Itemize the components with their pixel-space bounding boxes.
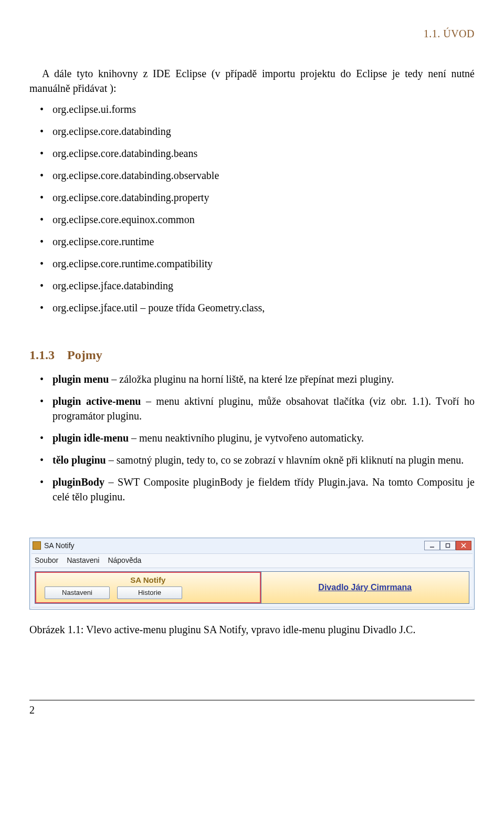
plugin-menu-row-wrap: SA Notify Nastaveni Historie Divadlo Jár… <box>32 568 472 607</box>
plugin-active-menu[interactable]: SA Notify Nastaveni Historie <box>35 572 261 603</box>
term-name: tělo pluginu <box>52 454 106 466</box>
svg-rect-1 <box>446 544 450 548</box>
menu-item-nastaveni[interactable]: Nastaveni <box>67 556 99 566</box>
library-item: org.eclipse.jface.databinding <box>29 278 475 293</box>
maximize-button[interactable] <box>440 541 456 550</box>
close-icon <box>461 543 466 548</box>
page-footer: 2 <box>29 700 475 717</box>
library-item: org.eclipse.core.equinox.common <box>29 212 475 227</box>
figure-1-1: SA Notify Soubor Nastaveni Nápověda <box>29 538 475 637</box>
window-title: SA Notify <box>44 541 75 551</box>
idle-tab-label: Divadlo Járy Cimrmana <box>318 582 412 593</box>
maximize-icon <box>445 543 450 548</box>
term-item: tělo pluginu – samotný plugin, tedy to, … <box>29 453 475 467</box>
menu-item-napoveda[interactable]: Nápověda <box>108 556 141 566</box>
term-desc: – SWT Composite pluginBody je fieldem tř… <box>52 476 475 502</box>
term-desc: – samotný plugin, tedy to, co se zobrazí… <box>106 454 464 466</box>
page-number: 2 <box>29 704 35 716</box>
running-header: 1.1. ÚVOD <box>29 26 475 41</box>
term-desc: – záložka pluginu na horní liště, na kte… <box>109 373 394 385</box>
app-window: SA Notify Soubor Nastaveni Nápověda <box>29 538 475 610</box>
term-item: plugin active-menu – menu aktivní plugin… <box>29 394 475 423</box>
term-name: pluginBody <box>52 476 104 488</box>
nastaveni-button[interactable]: Nastaveni <box>45 586 110 599</box>
library-item: org.eclipse.core.databinding.beans <box>29 146 475 161</box>
window-controls <box>424 541 471 550</box>
active-tab-title: SA Notify <box>41 574 255 585</box>
plugin-menu-row: SA Notify Nastaveni Historie Divadlo Jár… <box>35 571 469 604</box>
historie-button[interactable]: Historie <box>117 586 182 599</box>
section-number: 1.1.3 <box>29 348 55 362</box>
library-item: org.eclipse.core.runtime.compatibility <box>29 256 475 271</box>
intro-paragraph: A dále tyto knihovny z IDE Eclipse (v př… <box>29 66 475 96</box>
terms-list: plugin menu – záložka pluginu na horní l… <box>29 372 475 504</box>
window-titlebar: SA Notify <box>32 539 472 554</box>
menubar: Soubor Nastaveni Nápověda <box>32 553 472 568</box>
term-item: pluginBody – SWT Composite pluginBody je… <box>29 475 475 504</box>
library-item: org.eclipse.ui.forms <box>29 102 475 117</box>
plugin-idle-menu[interactable]: Divadlo Járy Cimrmana <box>261 572 469 603</box>
library-item: org.eclipse.jface.util – pouze třída Geo… <box>29 300 475 315</box>
active-tab-buttons: Nastaveni Historie <box>41 586 255 599</box>
section-heading: 1.1.3 Pojmy <box>29 347 475 364</box>
term-item: plugin menu – záložka pluginu na horní l… <box>29 372 475 386</box>
minimize-button[interactable] <box>424 541 440 550</box>
term-name: plugin menu <box>52 373 109 385</box>
app-icon <box>33 541 41 550</box>
close-button[interactable] <box>456 541 471 550</box>
window-footer-strip <box>32 607 472 609</box>
library-item: org.eclipse.core.databinding.observable <box>29 168 475 183</box>
minimize-icon <box>429 543 435 548</box>
library-list: org.eclipse.ui.formsorg.eclipse.core.dat… <box>29 102 475 315</box>
term-item: plugin idle-menu – menu neaktivního plug… <box>29 431 475 445</box>
term-name: plugin idle-menu <box>52 432 129 444</box>
titlebar-left: SA Notify <box>33 541 75 551</box>
library-item: org.eclipse.core.databinding <box>29 124 475 139</box>
library-item: org.eclipse.core.runtime <box>29 234 475 249</box>
section-title: Pojmy <box>67 348 102 362</box>
menu-item-soubor[interactable]: Soubor <box>35 556 58 566</box>
library-item: org.eclipse.core.databinding.property <box>29 190 475 205</box>
term-desc: – menu neaktivního pluginu, je vytvořeno… <box>129 432 364 444</box>
term-name: plugin active-menu <box>52 395 141 407</box>
figure-caption: Obrázek 1.1: Vlevo active-menu pluginu S… <box>29 622 475 637</box>
